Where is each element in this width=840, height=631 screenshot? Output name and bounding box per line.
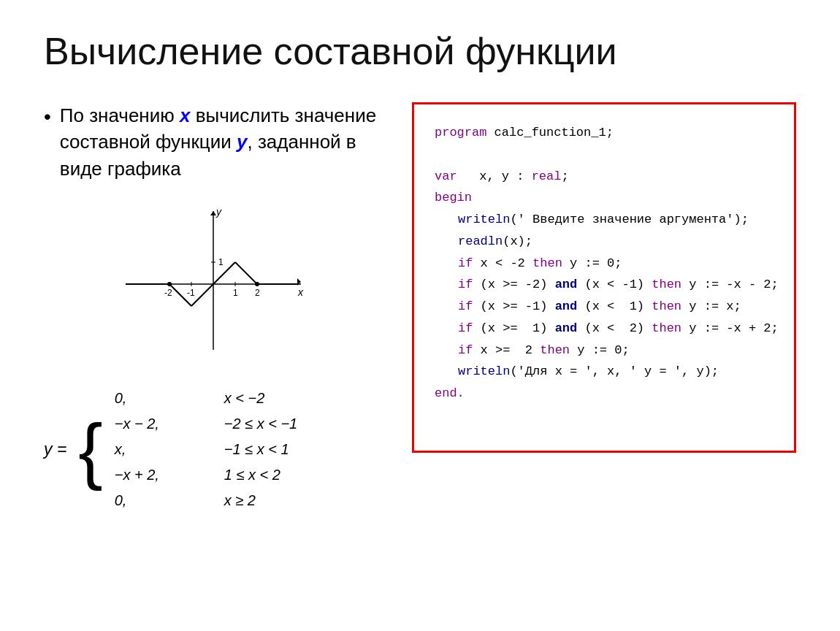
formula-row: x,−1 ≤ x < 1	[115, 437, 298, 462]
code-line: var x, y : real;	[435, 166, 774, 188]
svg-point-23	[255, 282, 259, 286]
formula-right: x < −2	[224, 386, 265, 410]
formula-left: −x + 2,	[115, 463, 202, 487]
formula-cases: 0,x < −2−x − 2,−2 ≤ x < −1x,−1 ≤ x < 1−x…	[115, 386, 298, 513]
graph-container: x y -2 -1 1 2 1	[111, 204, 316, 364]
formula-left: 0,	[115, 489, 202, 513]
svg-text:y: y	[215, 206, 222, 218]
formula-row: 0,x ≥ 2	[115, 489, 298, 513]
code-line: writeln('Для x = ', x, ' y = ', y);	[435, 361, 774, 383]
svg-point-22	[167, 282, 172, 286]
formula-row: −x + 2,1 ≤ x < 2	[115, 463, 298, 487]
formula-right: 1 ≤ x < 2	[224, 463, 280, 487]
code-line: if x < -2 then y := 0;	[435, 253, 774, 275]
code-line: readln(x);	[435, 231, 774, 253]
x-variable: x	[180, 104, 190, 126]
code-panel: program calc_function_1; var x, y : real…	[412, 102, 796, 453]
code-line: program calc_function_1;	[435, 122, 774, 144]
page-title: Вычисление составной функции	[44, 29, 796, 73]
formula-container: y = { 0,x < −2−x − 2,−2 ≤ x < −1x,−1 ≤ x…	[44, 386, 383, 513]
code-line: if (x >= -1) and (x < 1) then y := x;	[435, 296, 774, 318]
code-line: if (x >= -2) and (x < -1) then y := -x -…	[435, 274, 774, 296]
formula-right: −1 ≤ x < 1	[224, 437, 289, 462]
code-line: end.	[435, 383, 774, 405]
formula-right: −2 ≤ x < −1	[224, 412, 298, 436]
formula-box: y = { 0,x < −2−x − 2,−2 ≤ x < −1x,−1 ≤ x…	[44, 386, 383, 513]
svg-text:1: 1	[233, 288, 238, 298]
formula-y-label: y =	[44, 435, 66, 464]
code-line	[435, 144, 774, 166]
formula-brace: {	[78, 413, 102, 486]
code-line: begin	[435, 187, 774, 209]
y-variable: y	[237, 131, 247, 153]
code-line: if x >= 2 then y := 0;	[435, 340, 774, 362]
main-content: • По значению x вычислить значение соста…	[44, 102, 796, 513]
svg-text:2: 2	[255, 288, 260, 298]
formula-left: −x − 2,	[115, 412, 202, 436]
svg-text:1: 1	[218, 257, 224, 267]
bullet-item: • По значению x вычислить значение соста…	[44, 102, 383, 182]
formula-right: x ≥ 2	[224, 489, 256, 513]
function-graph: x y -2 -1 1 2 1	[111, 204, 316, 364]
bullet-text-content: По значению x вычислить значение составн…	[60, 102, 383, 182]
svg-marker-4	[210, 211, 216, 215]
svg-marker-3	[297, 278, 301, 283]
code-line: if (x >= 1) and (x < 2) then y := -x + 2…	[435, 318, 774, 340]
code-line: writeln(' Введите значение аргумента');	[435, 209, 774, 231]
left-panel: • По значению x вычислить значение соста…	[44, 102, 383, 513]
formula-row: −x − 2,−2 ≤ x < −1	[115, 412, 298, 436]
formula-left: 0,	[115, 386, 202, 410]
svg-text:-1: -1	[187, 288, 195, 298]
formula-row: 0,x < −2	[115, 386, 298, 410]
formula-left: x,	[115, 437, 202, 462]
svg-line-20	[235, 262, 257, 284]
svg-text:x: x	[297, 286, 304, 298]
bullet-dot: •	[44, 102, 51, 182]
svg-text:-2: -2	[164, 288, 172, 298]
